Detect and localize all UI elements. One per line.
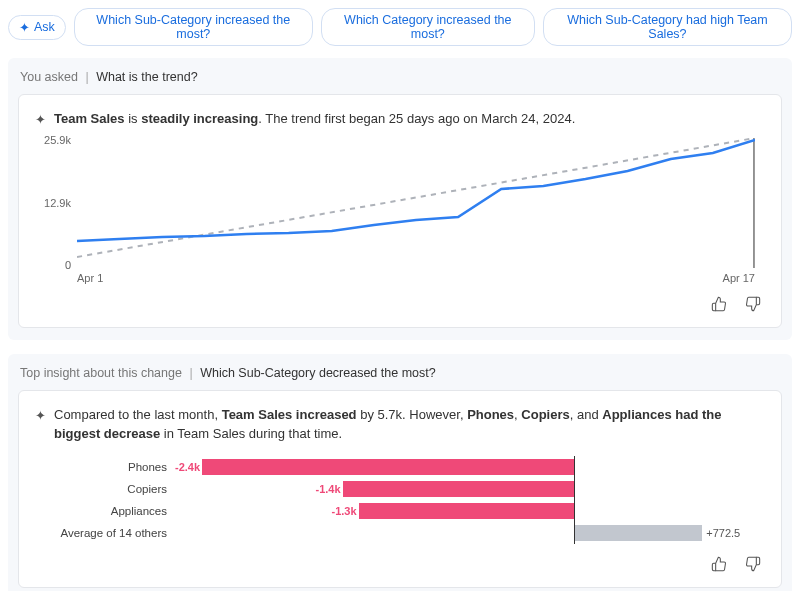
feedback-row [35, 284, 765, 317]
zero-axis [574, 456, 575, 478]
bar-row: Appliances -1.3k [35, 500, 745, 522]
zero-axis [574, 500, 575, 522]
ytick-bot: 0 [65, 259, 71, 271]
bar-value: -1.3k [331, 505, 356, 517]
zero-axis [574, 522, 575, 544]
bar-value: +772.5 [706, 527, 740, 539]
insight-summary: ✦ Compared to the last month, Team Sales… [35, 405, 765, 444]
bar-track: -1.4k [175, 481, 745, 497]
insight-section-header: Top insight about this change | Which Su… [8, 364, 792, 390]
change-bar-chart: Phones -2.4k Copiers -1.4k [35, 452, 765, 544]
thumbs-up-button[interactable] [707, 554, 731, 577]
suggestion-chip-1[interactable]: Which Category increased the most? [321, 8, 535, 46]
feedback-row [35, 544, 765, 577]
trend-summary: ✦ Team Sales is steadily increasing. The… [35, 109, 765, 130]
bar-track: -2.4k [175, 459, 745, 475]
bar-label: Phones [35, 461, 175, 473]
suggestion-chip-0[interactable]: Which Sub-Category increased the most? [74, 8, 313, 46]
suggestion-chip-row: ✦ Ask Which Sub-Category increased the m… [0, 0, 800, 58]
thumbs-up-icon [711, 298, 727, 315]
bar-track: +772.5 [175, 525, 745, 541]
trend-line-chart: 25.9k 12.9k 0 Apr 1 Apr 17 [35, 138, 765, 284]
ytick-mid: 12.9k [44, 197, 71, 209]
bar-row: Copiers -1.4k [35, 478, 745, 500]
insight-card: ✦ Compared to the last month, Team Sales… [18, 390, 782, 588]
insight-summary-text: Compared to the last month, Team Sales i… [54, 405, 765, 444]
y-axis-labels: 25.9k 12.9k 0 [35, 138, 77, 268]
trend-section: You asked | What is the trend? ✦ Team Sa… [8, 58, 792, 340]
bar-pos [574, 525, 702, 541]
thumbs-up-button[interactable] [707, 294, 731, 317]
bar-label: Average of 14 others [35, 527, 175, 539]
thumbs-down-icon [745, 558, 761, 575]
trend-summary-text: Team Sales is steadily increasing. The t… [54, 109, 575, 129]
bar-value: -1.4k [316, 483, 341, 495]
header-question: What is the trend? [96, 70, 197, 84]
sparkle-icon: ✦ [19, 20, 30, 35]
xtick-right: Apr 17 [723, 272, 755, 284]
bar-neg [202, 459, 574, 475]
bar-row: Phones -2.4k [35, 456, 745, 478]
trend-card: ✦ Team Sales is steadily increasing. The… [18, 94, 782, 328]
thumbs-up-icon [711, 558, 727, 575]
bar-neg [359, 503, 574, 519]
svg-line-1 [77, 138, 755, 257]
bar-label: Appliances [35, 505, 175, 517]
trend-section-header: You asked | What is the trend? [8, 68, 792, 94]
header-divider: | [189, 366, 192, 380]
header-prefix: Top insight about this change [20, 366, 182, 380]
xtick-left: Apr 1 [77, 272, 103, 284]
ytick-top: 25.9k [44, 134, 71, 146]
ask-label: Ask [34, 20, 55, 34]
header-divider: | [85, 70, 88, 84]
header-prefix: You asked [20, 70, 78, 84]
ask-button[interactable]: ✦ Ask [8, 15, 66, 40]
bar-label: Copiers [35, 483, 175, 495]
bar-neg [343, 481, 574, 497]
thumbs-down-button[interactable] [741, 294, 765, 317]
thumbs-down-icon [745, 298, 761, 315]
header-question: Which Sub-Category decreased the most? [200, 366, 436, 380]
zero-axis [574, 478, 575, 500]
insight-section: Top insight about this change | Which Su… [8, 354, 792, 592]
suggestion-chip-2[interactable]: Which Sub-Category had high Team Sales? [543, 8, 792, 46]
bar-track: -1.3k [175, 503, 745, 519]
bar-row: Average of 14 others +772.5 [35, 522, 745, 544]
sparkle-icon: ✦ [35, 110, 46, 130]
x-axis-labels: Apr 1 Apr 17 [77, 268, 755, 284]
line-chart-svg [77, 138, 755, 268]
sparkle-icon: ✦ [35, 406, 46, 426]
bar-value: -2.4k [175, 461, 200, 473]
thumbs-down-button[interactable] [741, 554, 765, 577]
